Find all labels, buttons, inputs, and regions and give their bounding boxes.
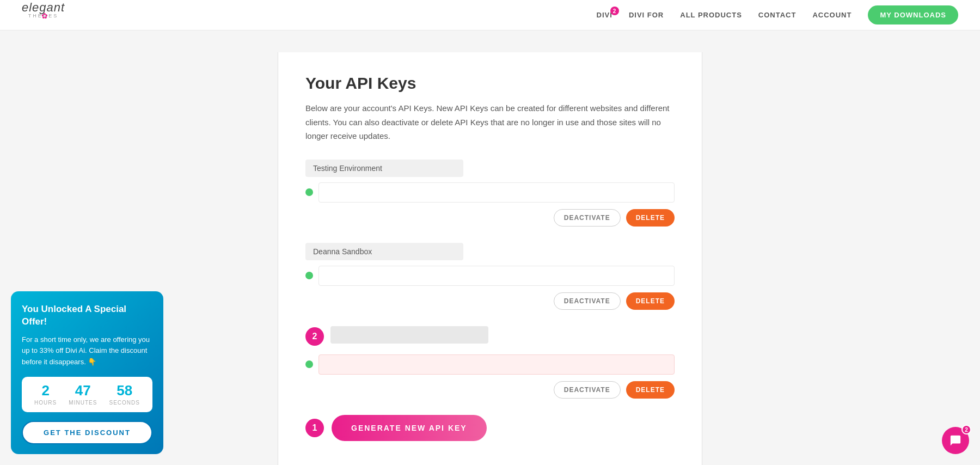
- content-area: Your API Keys Below are your account's A…: [278, 52, 702, 465]
- my-downloads-button[interactable]: MY DOWNLOADS: [868, 5, 958, 25]
- nav-account[interactable]: ACCOUNT: [812, 11, 852, 19]
- active-indicator-1: [305, 188, 313, 196]
- api-key-row-3: [305, 354, 675, 375]
- api-entry-2: DEACTIVATE DELETE: [305, 243, 675, 310]
- promo-timer: 2 HOURS 47 MINUTES 58 SECONDS: [22, 377, 152, 412]
- step-1-badge: 1: [305, 419, 324, 437]
- hours-block: 2 HOURS: [34, 383, 57, 406]
- deactivate-button-3[interactable]: DEACTIVATE: [554, 381, 621, 399]
- step-2-badge: 2: [305, 327, 324, 346]
- main-nav: DIVI 2 DIVI FOR ALL PRODUCTS CONTACT ACC…: [597, 5, 958, 25]
- generate-section: 1 GENERATE NEW API KEY: [305, 415, 675, 441]
- logo[interactable]: elegant themes ✿: [22, 2, 65, 28]
- api-entry-3: 2 DEACTIVATE DELETE: [305, 326, 675, 399]
- promo-body: For a short time only, we are offering y…: [22, 334, 152, 368]
- api-name-field-1[interactable]: [305, 160, 463, 177]
- seconds-value: 58: [109, 383, 139, 397]
- chat-icon: [950, 435, 961, 446]
- seconds-label: SECONDS: [109, 400, 139, 406]
- chat-badge: 2: [961, 425, 971, 435]
- divi-badge: 2: [610, 7, 619, 15]
- api-key-input-2[interactable]: [318, 266, 675, 286]
- page-title: Your API Keys: [305, 74, 675, 93]
- api-key-input-1[interactable]: [318, 182, 675, 203]
- deactivate-button-2[interactable]: DEACTIVATE: [554, 292, 621, 310]
- api-actions-2: DEACTIVATE DELETE: [305, 292, 675, 310]
- minutes-label: MINUTES: [69, 400, 97, 406]
- api-entry-1: DEACTIVATE DELETE: [305, 160, 675, 227]
- chat-widget[interactable]: 2: [942, 427, 969, 454]
- api-actions-3: DEACTIVATE DELETE: [305, 381, 675, 399]
- api-key-input-3[interactable]: [318, 354, 675, 375]
- get-discount-button[interactable]: GET THE DISCOUNT: [22, 421, 152, 444]
- hours-label: HOURS: [34, 400, 57, 406]
- active-indicator-3: [305, 360, 313, 368]
- api-key-row-1: [305, 182, 675, 203]
- generate-api-key-button[interactable]: GENERATE NEW API KEY: [332, 415, 487, 441]
- api-actions-1: DEACTIVATE DELETE: [305, 209, 675, 227]
- nav-contact[interactable]: CONTACT: [758, 11, 797, 19]
- promo-widget: You Unlocked A Special Offer! For a shor…: [11, 291, 163, 454]
- delete-button-2[interactable]: DELETE: [626, 292, 675, 310]
- page-description: Below are your account's API Keys. New A…: [305, 101, 675, 143]
- promo-title: You Unlocked A Special Offer!: [22, 303, 152, 327]
- active-indicator-2: [305, 272, 313, 279]
- delete-button-1[interactable]: DELETE: [626, 209, 675, 227]
- api-name-field-3[interactable]: [330, 326, 488, 344]
- site-header: elegant themes ✿ DIVI 2 DIVI FOR ALL PRO…: [0, 0, 980, 30]
- api-name-field-2[interactable]: [305, 243, 463, 260]
- api-key-row-2: [305, 266, 675, 286]
- minutes-value: 47: [69, 383, 97, 397]
- nav-divi[interactable]: DIVI 2: [597, 11, 612, 19]
- logo-flower-icon: ✿: [41, 11, 48, 20]
- minutes-block: 47 MINUTES: [69, 383, 97, 406]
- nav-all-products[interactable]: ALL PRODUCTS: [680, 11, 742, 19]
- seconds-block: 58 SECONDS: [109, 383, 139, 406]
- nav-divi-for[interactable]: DIVI FOR: [629, 11, 664, 19]
- hours-value: 2: [34, 383, 57, 397]
- deactivate-button-1[interactable]: DEACTIVATE: [554, 209, 621, 227]
- delete-button-3[interactable]: DELETE: [626, 381, 675, 399]
